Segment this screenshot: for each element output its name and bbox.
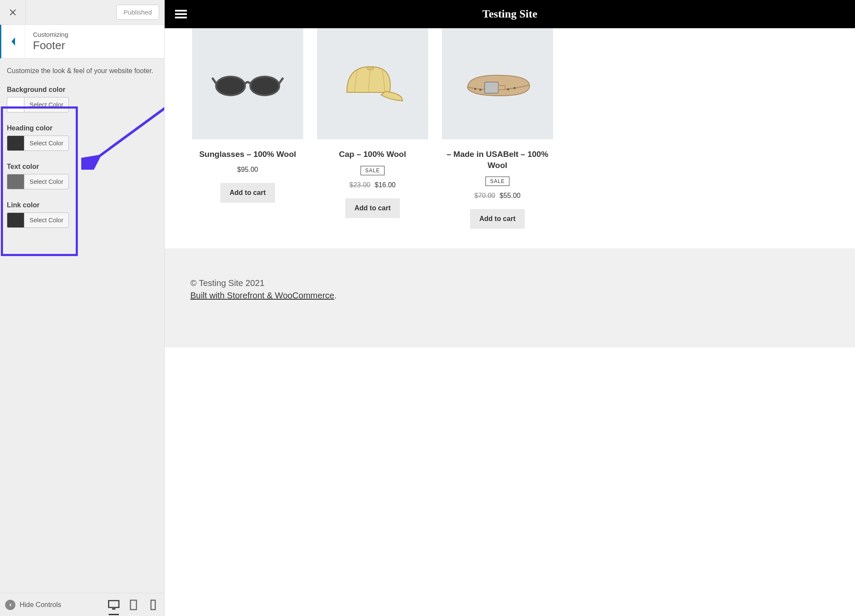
svg-point-12 <box>474 88 476 90</box>
product-image <box>317 28 428 139</box>
chevron-left-icon <box>10 37 16 46</box>
footer-copyright: © Testing Site 2021 <box>190 278 829 288</box>
help-text: Customize the look & feel of your websit… <box>7 66 157 76</box>
product-image <box>192 28 303 139</box>
sidebar-content: Customize the look & feel of your websit… <box>0 59 164 593</box>
collapse-icon <box>5 600 15 610</box>
section-header: Customizing Footer <box>0 25 164 59</box>
color-label: Link color <box>7 201 157 209</box>
footer-period: . <box>334 291 337 300</box>
color-label: Background color <box>7 86 157 94</box>
svg-rect-11 <box>498 85 505 90</box>
section-title: Footer <box>33 39 68 52</box>
product-card[interactable]: – Made in USABelt – 100% Wool SALE $70.0… <box>442 28 553 229</box>
close-button[interactable] <box>0 0 26 25</box>
select-color-button[interactable]: Select Color <box>24 97 69 112</box>
color-label: Heading color <box>7 124 157 132</box>
heading-color-control: Heading color Select Color <box>7 124 157 151</box>
published-button[interactable]: Published <box>116 5 159 20</box>
preview-header: Testing Site <box>165 0 855 28</box>
hide-controls-label: Hide Controls <box>20 601 61 609</box>
mobile-icon <box>147 599 159 611</box>
preview-body: Sunglasses – 100% Wool $95.00 Add to car… <box>165 28 855 616</box>
svg-rect-4 <box>112 608 115 610</box>
svg-point-14 <box>507 88 509 91</box>
sunglasses-icon <box>211 67 284 101</box>
background-color-control: Background color Select Color <box>7 86 157 112</box>
color-swatch[interactable] <box>7 97 24 112</box>
sale-badge: SALE <box>485 177 510 186</box>
hide-controls-button[interactable]: Hide Controls <box>5 600 61 610</box>
cap-icon <box>338 58 407 109</box>
product-price: $95.00 <box>192 166 303 174</box>
preview-footer: © Testing Site 2021 Built with Storefron… <box>165 248 855 348</box>
color-swatch[interactable] <box>7 136 24 151</box>
product-title: Sunglasses – 100% Wool <box>192 149 303 160</box>
device-tablet-button[interactable] <box>127 599 139 611</box>
product-card[interactable]: Cap – 100% Wool SALE $23.00$16.00 Add to… <box>317 28 428 229</box>
close-icon <box>9 9 17 16</box>
add-to-cart-button[interactable]: Add to cart <box>345 198 400 218</box>
svg-rect-6 <box>151 600 155 610</box>
customizer-top-bar: Published <box>0 0 164 25</box>
select-color-button[interactable]: Select Color <box>24 136 69 151</box>
product-image <box>442 28 553 139</box>
customizer-bottom-bar: Hide Controls <box>0 593 164 616</box>
desktop-icon <box>108 599 120 611</box>
add-to-cart-button[interactable]: Add to cart <box>220 183 275 203</box>
hamburger-icon <box>175 10 187 12</box>
select-color-button[interactable]: Select Color <box>24 174 69 189</box>
sale-badge: SALE <box>361 166 385 175</box>
product-price: $23.00$16.00 <box>317 181 428 189</box>
svg-point-15 <box>514 87 516 89</box>
product-price: $70.00$55.00 <box>442 192 553 200</box>
color-label: Text color <box>7 163 157 171</box>
product-grid: Sunglasses – 100% Wool $95.00 Add to car… <box>165 28 855 248</box>
link-color-control: Link color Select Color <box>7 201 157 228</box>
product-title: – Made in USABelt – 100% Wool <box>442 149 553 171</box>
device-desktop-button[interactable] <box>108 599 120 611</box>
product-title: Cap – 100% Wool <box>317 149 428 160</box>
add-to-cart-button[interactable]: Add to cart <box>470 209 525 229</box>
back-button[interactable] <box>1 25 25 58</box>
site-title[interactable]: Testing Site <box>482 8 537 21</box>
menu-button[interactable] <box>175 8 187 20</box>
section-eyebrow: Customizing <box>33 31 68 38</box>
device-mobile-button[interactable] <box>147 599 159 611</box>
belt-icon <box>459 62 536 105</box>
svg-rect-10 <box>485 82 498 93</box>
tablet-icon <box>127 599 139 611</box>
color-swatch[interactable] <box>7 212 24 228</box>
site-preview: Testing Site Sunglasses – 100% Wool $95.… <box>165 0 855 616</box>
color-swatch[interactable] <box>7 174 24 189</box>
footer-built-link[interactable]: Built with Storefront & WooCommerce <box>190 291 334 300</box>
product-card[interactable]: Sunglasses – 100% Wool $95.00 Add to car… <box>192 28 303 229</box>
customizer-sidebar: Published Customizing Footer Customize t… <box>0 0 165 616</box>
svg-point-7 <box>216 77 245 95</box>
svg-point-13 <box>479 89 482 91</box>
text-color-control: Text color Select Color <box>7 163 157 189</box>
select-color-button[interactable]: Select Color <box>24 212 69 228</box>
svg-point-8 <box>250 77 279 95</box>
svg-rect-3 <box>109 601 119 607</box>
svg-rect-5 <box>130 600 136 610</box>
